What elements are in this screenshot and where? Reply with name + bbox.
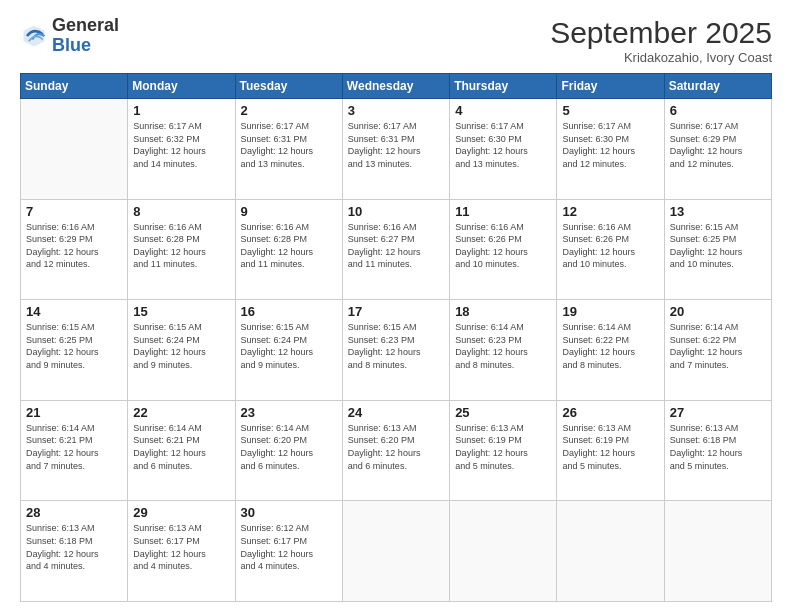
day-number: 24 [348, 405, 444, 420]
day-number: 10 [348, 204, 444, 219]
calendar-cell: 4Sunrise: 6:17 AM Sunset: 6:30 PM Daylig… [450, 99, 557, 200]
calendar-cell: 15Sunrise: 6:15 AM Sunset: 6:24 PM Dayli… [128, 300, 235, 401]
day-number: 4 [455, 103, 551, 118]
page-header: General Blue September 2025 Kridakozahio… [20, 16, 772, 65]
day-info: Sunrise: 6:17 AM Sunset: 6:29 PM Dayligh… [670, 120, 766, 170]
calendar-cell [450, 501, 557, 602]
calendar-cell [21, 99, 128, 200]
day-info: Sunrise: 6:17 AM Sunset: 6:32 PM Dayligh… [133, 120, 229, 170]
weekday-header-thursday: Thursday [450, 74, 557, 99]
day-number: 23 [241, 405, 337, 420]
calendar-cell: 3Sunrise: 6:17 AM Sunset: 6:31 PM Daylig… [342, 99, 449, 200]
calendar-cell: 21Sunrise: 6:14 AM Sunset: 6:21 PM Dayli… [21, 400, 128, 501]
day-number: 9 [241, 204, 337, 219]
logo-general: General [52, 15, 119, 35]
day-info: Sunrise: 6:16 AM Sunset: 6:29 PM Dayligh… [26, 221, 122, 271]
day-number: 7 [26, 204, 122, 219]
weekday-header-wednesday: Wednesday [342, 74, 449, 99]
day-number: 2 [241, 103, 337, 118]
day-info: Sunrise: 6:15 AM Sunset: 6:25 PM Dayligh… [670, 221, 766, 271]
day-info: Sunrise: 6:15 AM Sunset: 6:24 PM Dayligh… [133, 321, 229, 371]
day-number: 6 [670, 103, 766, 118]
title-area: September 2025 Kridakozahio, Ivory Coast [550, 16, 772, 65]
day-info: Sunrise: 6:14 AM Sunset: 6:23 PM Dayligh… [455, 321, 551, 371]
day-info: Sunrise: 6:14 AM Sunset: 6:22 PM Dayligh… [562, 321, 658, 371]
logo-icon [20, 22, 48, 50]
day-info: Sunrise: 6:15 AM Sunset: 6:24 PM Dayligh… [241, 321, 337, 371]
calendar-cell: 5Sunrise: 6:17 AM Sunset: 6:30 PM Daylig… [557, 99, 664, 200]
day-number: 26 [562, 405, 658, 420]
day-info: Sunrise: 6:13 AM Sunset: 6:18 PM Dayligh… [26, 522, 122, 572]
day-info: Sunrise: 6:14 AM Sunset: 6:20 PM Dayligh… [241, 422, 337, 472]
calendar-cell: 19Sunrise: 6:14 AM Sunset: 6:22 PM Dayli… [557, 300, 664, 401]
calendar-cell [664, 501, 771, 602]
day-number: 19 [562, 304, 658, 319]
day-info: Sunrise: 6:16 AM Sunset: 6:27 PM Dayligh… [348, 221, 444, 271]
calendar-cell: 26Sunrise: 6:13 AM Sunset: 6:19 PM Dayli… [557, 400, 664, 501]
day-number: 30 [241, 505, 337, 520]
calendar-cell: 1Sunrise: 6:17 AM Sunset: 6:32 PM Daylig… [128, 99, 235, 200]
day-number: 17 [348, 304, 444, 319]
calendar-cell: 30Sunrise: 6:12 AM Sunset: 6:17 PM Dayli… [235, 501, 342, 602]
calendar-cell: 27Sunrise: 6:13 AM Sunset: 6:18 PM Dayli… [664, 400, 771, 501]
day-info: Sunrise: 6:16 AM Sunset: 6:26 PM Dayligh… [562, 221, 658, 271]
calendar-cell: 23Sunrise: 6:14 AM Sunset: 6:20 PM Dayli… [235, 400, 342, 501]
calendar-cell: 29Sunrise: 6:13 AM Sunset: 6:17 PM Dayli… [128, 501, 235, 602]
day-info: Sunrise: 6:13 AM Sunset: 6:19 PM Dayligh… [562, 422, 658, 472]
calendar-table: SundayMondayTuesdayWednesdayThursdayFrid… [20, 73, 772, 602]
weekday-header-monday: Monday [128, 74, 235, 99]
day-number: 14 [26, 304, 122, 319]
day-number: 16 [241, 304, 337, 319]
calendar-week-3: 14Sunrise: 6:15 AM Sunset: 6:25 PM Dayli… [21, 300, 772, 401]
day-info: Sunrise: 6:14 AM Sunset: 6:21 PM Dayligh… [133, 422, 229, 472]
calendar-week-4: 21Sunrise: 6:14 AM Sunset: 6:21 PM Dayli… [21, 400, 772, 501]
calendar-cell: 13Sunrise: 6:15 AM Sunset: 6:25 PM Dayli… [664, 199, 771, 300]
day-number: 1 [133, 103, 229, 118]
logo-blue: Blue [52, 35, 91, 55]
day-info: Sunrise: 6:16 AM Sunset: 6:28 PM Dayligh… [133, 221, 229, 271]
day-number: 29 [133, 505, 229, 520]
day-info: Sunrise: 6:16 AM Sunset: 6:28 PM Dayligh… [241, 221, 337, 271]
day-info: Sunrise: 6:13 AM Sunset: 6:17 PM Dayligh… [133, 522, 229, 572]
day-info: Sunrise: 6:17 AM Sunset: 6:30 PM Dayligh… [562, 120, 658, 170]
calendar-cell: 22Sunrise: 6:14 AM Sunset: 6:21 PM Dayli… [128, 400, 235, 501]
calendar-cell: 24Sunrise: 6:13 AM Sunset: 6:20 PM Dayli… [342, 400, 449, 501]
day-info: Sunrise: 6:15 AM Sunset: 6:25 PM Dayligh… [26, 321, 122, 371]
calendar-cell: 17Sunrise: 6:15 AM Sunset: 6:23 PM Dayli… [342, 300, 449, 401]
day-info: Sunrise: 6:17 AM Sunset: 6:31 PM Dayligh… [241, 120, 337, 170]
weekday-header-friday: Friday [557, 74, 664, 99]
logo-text: General Blue [52, 16, 119, 56]
weekday-header-sunday: Sunday [21, 74, 128, 99]
weekday-header-saturday: Saturday [664, 74, 771, 99]
calendar-cell: 9Sunrise: 6:16 AM Sunset: 6:28 PM Daylig… [235, 199, 342, 300]
day-number: 15 [133, 304, 229, 319]
calendar-week-1: 1Sunrise: 6:17 AM Sunset: 6:32 PM Daylig… [21, 99, 772, 200]
calendar-cell: 7Sunrise: 6:16 AM Sunset: 6:29 PM Daylig… [21, 199, 128, 300]
day-info: Sunrise: 6:17 AM Sunset: 6:30 PM Dayligh… [455, 120, 551, 170]
day-number: 11 [455, 204, 551, 219]
day-info: Sunrise: 6:17 AM Sunset: 6:31 PM Dayligh… [348, 120, 444, 170]
day-number: 8 [133, 204, 229, 219]
day-info: Sunrise: 6:13 AM Sunset: 6:20 PM Dayligh… [348, 422, 444, 472]
day-number: 21 [26, 405, 122, 420]
calendar-week-2: 7Sunrise: 6:16 AM Sunset: 6:29 PM Daylig… [21, 199, 772, 300]
calendar-cell: 18Sunrise: 6:14 AM Sunset: 6:23 PM Dayli… [450, 300, 557, 401]
day-number: 22 [133, 405, 229, 420]
calendar-cell: 14Sunrise: 6:15 AM Sunset: 6:25 PM Dayli… [21, 300, 128, 401]
day-info: Sunrise: 6:14 AM Sunset: 6:22 PM Dayligh… [670, 321, 766, 371]
calendar-cell: 28Sunrise: 6:13 AM Sunset: 6:18 PM Dayli… [21, 501, 128, 602]
day-number: 5 [562, 103, 658, 118]
calendar-cell: 11Sunrise: 6:16 AM Sunset: 6:26 PM Dayli… [450, 199, 557, 300]
calendar-cell: 2Sunrise: 6:17 AM Sunset: 6:31 PM Daylig… [235, 99, 342, 200]
day-number: 20 [670, 304, 766, 319]
day-number: 28 [26, 505, 122, 520]
day-number: 27 [670, 405, 766, 420]
day-info: Sunrise: 6:13 AM Sunset: 6:19 PM Dayligh… [455, 422, 551, 472]
logo: General Blue [20, 16, 119, 56]
calendar-cell: 12Sunrise: 6:16 AM Sunset: 6:26 PM Dayli… [557, 199, 664, 300]
day-number: 13 [670, 204, 766, 219]
calendar-cell: 16Sunrise: 6:15 AM Sunset: 6:24 PM Dayli… [235, 300, 342, 401]
calendar-cell: 8Sunrise: 6:16 AM Sunset: 6:28 PM Daylig… [128, 199, 235, 300]
weekday-header-row: SundayMondayTuesdayWednesdayThursdayFrid… [21, 74, 772, 99]
day-number: 12 [562, 204, 658, 219]
